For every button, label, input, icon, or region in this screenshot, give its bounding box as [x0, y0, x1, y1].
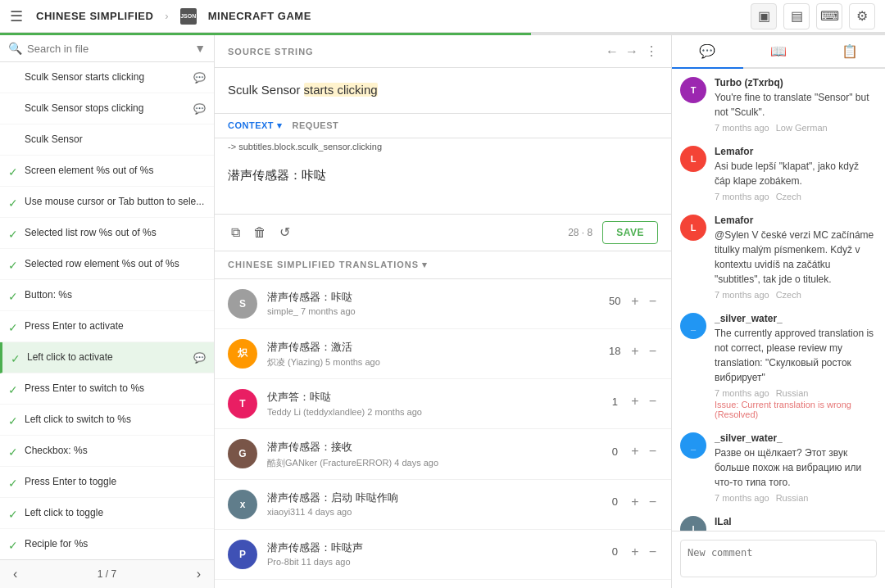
- translation-content: 潜声传感器：启动 咔哒作响 xiaoyi311 4 days ago: [267, 490, 597, 518]
- comment-avatar: _: [680, 432, 706, 459]
- string-item[interactable]: ✓Press Enter to toggle: [0, 467, 214, 498]
- translation-actions: 1 + −: [606, 392, 658, 410]
- comment-author: _silver_water_: [715, 313, 877, 324]
- string-list: Sculk Sensor starts clicking💬Sculk Senso…: [0, 62, 214, 559]
- comment-meta: 7 months agoRussian: [715, 493, 877, 503]
- string-item[interactable]: ✓Press Enter to switch to %s: [0, 373, 214, 405]
- string-item-label: Left click to toggle: [25, 507, 206, 520]
- settings-button[interactable]: ⚙: [849, 3, 875, 29]
- history-button[interactable]: ↺: [276, 221, 293, 243]
- status-dot: [8, 103, 20, 115]
- comment-body: ILal The currently approved translation …: [715, 516, 877, 531]
- downvote-button[interactable]: −: [647, 493, 658, 511]
- source-more-button[interactable]: ⋮: [645, 43, 658, 59]
- request-label[interactable]: REQUEST: [293, 120, 339, 130]
- translation-row: P 潜声传感器：咔哒声 Pro-8bit 11 days ago 0 + −: [215, 530, 671, 580]
- downvote-button[interactable]: −: [647, 342, 658, 360]
- vote-count: 50: [606, 295, 623, 307]
- string-item[interactable]: ✓Left click to toggle: [0, 498, 214, 529]
- context-label[interactable]: CONTEXT ▾: [228, 120, 283, 131]
- string-item-label: Left click to switch to %s: [25, 414, 206, 427]
- source-label: SOURCE STRING: [228, 47, 314, 57]
- translations-label[interactable]: CHINESE SIMPLIFIED TRANSLATIONS ▾: [228, 260, 428, 270]
- source-word-starts-clicking: starts clicking: [304, 83, 378, 97]
- string-item-label: Selected row element %s out of %s: [25, 258, 206, 271]
- comment-text: The currently approved translation is no…: [715, 326, 877, 385]
- filter-icon[interactable]: ▼: [194, 42, 206, 55]
- translation-row: x 潜声传感器：启动 咔哒作响 xiaoyi311 4 days ago 0 +…: [215, 480, 671, 530]
- string-item[interactable]: Sculk Sensor stops clicking💬: [0, 93, 214, 124]
- string-item[interactable]: ✓Checkbox: %s: [0, 436, 214, 467]
- comment-indicator: 💬: [193, 72, 206, 84]
- upvote-button[interactable]: +: [629, 442, 640, 460]
- comment-item: _ _silver_water_ Разве он щёлкает? Этот …: [680, 432, 877, 503]
- string-item[interactable]: ✓Left click to switch to %s: [0, 405, 214, 436]
- status-check: ✓: [8, 228, 20, 239]
- translation-input-area[interactable]: 潜声传感器：咔哒: [215, 155, 671, 215]
- tab-tm[interactable]: 📋: [814, 35, 885, 69]
- downvote-button[interactable]: −: [647, 543, 658, 561]
- string-item[interactable]: ✓Use mouse cursor or Tab button to sele.…: [0, 187, 214, 218]
- keyboard-button[interactable]: ⌨: [816, 3, 842, 29]
- string-item-label: Use mouse cursor or Tab button to sele..…: [25, 196, 206, 209]
- translator-avatar: x: [228, 490, 257, 519]
- copy-button[interactable]: ⧉: [228, 221, 243, 243]
- source-text-area: Sculk Sensor starts clicking: [215, 68, 671, 114]
- downvote-button[interactable]: −: [647, 292, 658, 310]
- string-item[interactable]: ✓Reciple for %s: [0, 529, 214, 559]
- source-word-sensor: Sensor: [261, 83, 304, 97]
- comments-list: T Turbo (zTxrbq) You're fine to translat…: [672, 69, 885, 531]
- tab-comments[interactable]: 💬: [672, 35, 743, 69]
- string-item-label: Press Enter to activate: [25, 320, 206, 333]
- status-check: ✓: [8, 446, 20, 457]
- string-item-label: Selected list row %s out of %s: [25, 227, 206, 240]
- char-count: 28 · 8: [568, 227, 592, 238]
- status-check: ✓: [8, 259, 20, 270]
- prev-page-button[interactable]: ‹: [8, 565, 22, 583]
- menu-icon[interactable]: ☰: [10, 7, 23, 25]
- translation-content: 潜声传感器：咔哒声 Pro-8bit 11 days ago: [267, 540, 597, 568]
- source-prev-button[interactable]: ←: [606, 44, 619, 59]
- upvote-button[interactable]: +: [629, 493, 640, 511]
- string-item[interactable]: ✓Selected row element %s out of %s: [0, 249, 214, 280]
- comment-meta: 7 months agoCzech: [715, 290, 877, 300]
- upvote-button[interactable]: +: [629, 292, 640, 310]
- sidebar-search-bar: 🔍 ▼: [0, 35, 214, 62]
- new-comment-input[interactable]: [680, 540, 877, 577]
- status-dot: [8, 134, 20, 146]
- page-info: 1 / 7: [98, 568, 116, 580]
- layout1-button[interactable]: ▣: [751, 3, 777, 29]
- upvote-button[interactable]: +: [629, 543, 640, 561]
- comment-avatar: L: [680, 215, 706, 241]
- translation-toolbar-left: ⧉ 🗑 ↺: [228, 221, 293, 243]
- tab-glossary[interactable]: 📖: [743, 35, 815, 69]
- downvote-button[interactable]: −: [647, 442, 658, 460]
- string-item[interactable]: Sculk Sensor: [0, 124, 214, 156]
- string-item[interactable]: ✓Press Enter to activate: [0, 311, 214, 342]
- translation-meta: simple_ 7 months ago: [267, 306, 597, 316]
- translation-row: S 潜声传感器：咔哒 simple_ 7 months ago 50 + −: [215, 279, 671, 329]
- string-item-label: Press Enter to toggle: [25, 476, 206, 489]
- source-next-button[interactable]: →: [625, 44, 638, 59]
- string-item[interactable]: ✓Button: %s: [0, 280, 214, 311]
- translation-content: 潜声传感器：接收 酷刻GANker (FractureERROR) 4 days…: [267, 439, 597, 469]
- delete-button[interactable]: 🗑: [250, 221, 270, 243]
- layout2-button[interactable]: ▤: [783, 3, 810, 29]
- string-item[interactable]: ✓Selected list row %s out of %s: [0, 218, 214, 249]
- string-item[interactable]: Sculk Sensor starts clicking💬: [0, 62, 214, 93]
- vote-count: 0: [606, 446, 623, 458]
- save-button[interactable]: SAVE: [602, 221, 658, 244]
- translator-avatar: T: [228, 389, 257, 418]
- project-name: MINECRAFT GAME: [208, 10, 311, 22]
- next-page-button[interactable]: ›: [192, 565, 206, 583]
- search-input[interactable]: [27, 43, 189, 55]
- upvote-button[interactable]: +: [629, 392, 640, 410]
- string-item[interactable]: ✓Screen element %s out of %s: [0, 156, 214, 187]
- translator-avatar: G: [228, 439, 257, 468]
- string-item[interactable]: ✓Left click to activate💬: [0, 342, 214, 373]
- upvote-button[interactable]: +: [629, 342, 640, 360]
- translation-actions: 0 + −: [606, 493, 658, 511]
- center-panel: SOURCE STRING ← → ⋮ Sculk Sensor starts …: [215, 35, 672, 588]
- downvote-button[interactable]: −: [647, 392, 658, 410]
- translation-input[interactable]: 潜声传感器：咔哒: [228, 168, 658, 201]
